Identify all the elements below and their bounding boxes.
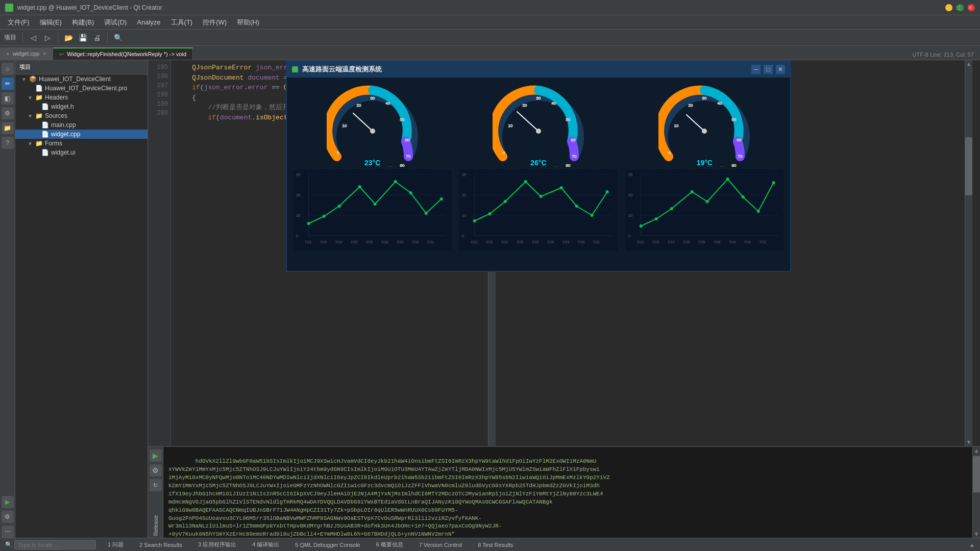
menu-bar: 文件(F)编辑(E)构建(B)调试(D)Analyze工具(T)控件(W)帮助(… xyxy=(0,15,980,30)
bottom-debug-btn[interactable]: ↻ xyxy=(150,479,162,491)
menu-item-f[interactable]: 文件(F) xyxy=(3,16,35,29)
float-title-bar: 高速路面云端温度检测系统 ─ □ ✕ xyxy=(287,61,790,78)
toolbar: 项目 ◁ ▷ 📂 💾 🖨 🔍 xyxy=(0,30,980,46)
maximize-button[interactable]: □ xyxy=(957,4,964,11)
tree-widget-h[interactable]: 📄 widget.h xyxy=(15,102,148,111)
svg-text:20: 20 xyxy=(689,103,693,108)
toolbar-save[interactable]: 💾 xyxy=(77,32,89,44)
toolbar-open[interactable]: 📂 xyxy=(62,32,75,44)
tab-widget-cpp[interactable]: ● widget.cpp ✕ xyxy=(0,47,53,60)
tree-headers[interactable]: ▼ 📁 Headers xyxy=(15,93,148,102)
tree-pro-file[interactable]: 📄 Huawei_IOT_DeviceClient.pro xyxy=(15,84,148,93)
tree-widget-cpp[interactable]: 📄 widget.cpp xyxy=(15,130,148,139)
toolbar-back[interactable]: ◁ xyxy=(27,32,39,44)
tree-forms[interactable]: ▼ 📁 Forms xyxy=(15,139,148,148)
close-button[interactable]: ✕ xyxy=(968,4,975,11)
release-label[interactable]: Release xyxy=(151,513,161,538)
svg-rect-54 xyxy=(459,169,618,251)
sidebar-more[interactable]: ⋯ xyxy=(2,525,14,538)
minimize-button[interactable]: ─ xyxy=(945,4,952,11)
project-tree: 项目 ▼ 📦 Huawei_IOT_DeviceClient 📄 Huawei_… xyxy=(15,60,148,538)
menu-item-h[interactable]: 帮助(H) xyxy=(232,16,264,29)
tab-title: widget.cpp xyxy=(13,51,40,57)
svg-text:20: 20 xyxy=(296,193,301,197)
bscroll-up[interactable]: ▲ xyxy=(973,448,980,454)
svg-text:80: 80 xyxy=(566,163,571,167)
sidebar-edit[interactable]: ✏ xyxy=(2,78,14,90)
main-cpp-icon: 📄 xyxy=(41,121,50,129)
bottom-tab-qml[interactable]: 5 QML Debugger Console xyxy=(291,540,364,549)
search-input[interactable] xyxy=(14,540,96,549)
svg-point-110 xyxy=(726,178,729,181)
sidebar-help[interactable]: ? xyxy=(2,137,14,149)
gauge-svg-3: 0 10 20 30 40 50 60 70 80 90 xyxy=(658,85,750,167)
bottom-tab-test[interactable]: 8 Test Results xyxy=(474,540,517,549)
sidebar-project[interactable]: 📁 xyxy=(2,122,14,134)
float-minimize[interactable]: ─ xyxy=(751,65,761,74)
svg-point-67 xyxy=(524,180,527,183)
search-icon: 🔍 xyxy=(5,541,12,548)
svg-line-11 xyxy=(353,113,373,131)
float-controls: ─ □ ✕ xyxy=(751,65,785,74)
toolbar-search[interactable]: 🔍 xyxy=(112,32,124,44)
editor-scrollbar[interactable]: ▼ ▲ xyxy=(965,60,972,446)
bottom-up-arrow[interactable]: ▲ xyxy=(969,542,975,548)
editor-scroll-thumb[interactable] xyxy=(965,137,972,195)
bottom-tab-search[interactable]: 2 Search Results xyxy=(135,540,186,549)
scroll-down-btn[interactable]: ▼ xyxy=(965,439,972,445)
toolbar-forward[interactable]: ▷ xyxy=(41,32,54,44)
svg-text:25: 25 xyxy=(628,172,632,177)
tree-sources[interactable]: ▼ 📁 Sources xyxy=(15,111,148,120)
svg-point-106 xyxy=(654,217,657,220)
sidebar-welcome[interactable]: ⌂ xyxy=(2,63,14,75)
bottom-tab-issues[interactable]: 1 问题 xyxy=(104,539,128,550)
svg-text:7/22: 7/22 xyxy=(305,240,312,244)
menu-item-analyze[interactable]: Analyze xyxy=(132,16,165,28)
tree-widget-ui[interactable]: 📄 widget.ui xyxy=(15,148,148,157)
svg-text:0: 0 xyxy=(669,151,671,155)
left-sidebar: ⌂ ✏ ◧ ⚙ 📁 ? ▶ ⚙ ⋯ xyxy=(0,60,15,538)
float-window: 高速路面云端温度检测系统 ─ □ ✕ xyxy=(286,60,791,272)
bottom-tab-summary[interactable]: 6 概要信息 xyxy=(372,539,407,550)
menu-item-w[interactable]: 控件(W) xyxy=(198,16,232,29)
toolbar-print[interactable]: 🖨 xyxy=(91,32,103,44)
svg-text:80: 80 xyxy=(732,163,737,167)
svg-text:7/24: 7/24 xyxy=(335,240,342,244)
bscroll-down[interactable]: ▼ xyxy=(973,531,980,537)
tree-arrow-sources: ▼ xyxy=(28,113,34,119)
scroll-up-btn[interactable]: ▲ xyxy=(965,61,972,67)
sidebar-build[interactable]: ⚙ xyxy=(2,511,14,523)
svg-text:50: 50 xyxy=(732,117,737,122)
gauge-svg-1: 0 10 20 30 40 50 60 70 80 90 xyxy=(327,85,419,167)
bottom-run-btn[interactable]: ▶ xyxy=(150,449,162,462)
menu-item-t[interactable]: 工具(T) xyxy=(166,16,198,29)
bottom-scroll-thumb[interactable] xyxy=(973,456,980,492)
bottom-tab-vc[interactable]: 7 Version Control xyxy=(415,540,466,549)
menu-item-e[interactable]: 编辑(E) xyxy=(35,16,67,29)
float-maximize[interactable]: □ xyxy=(764,65,773,74)
bottom-scrollbar[interactable]: ▲ ▼ xyxy=(972,447,980,538)
svg-point-107 xyxy=(670,207,673,210)
toolbar-project-label: 项目 xyxy=(4,33,16,42)
sidebar-run[interactable]: ▶ xyxy=(2,496,14,508)
bottom-tab-appout[interactable]: 3 应用程序输出 xyxy=(194,539,240,550)
bottom-tab-compile[interactable]: 4 编译输出 xyxy=(248,539,283,550)
chart-1: 0 10 20 25 xyxy=(292,169,453,251)
headers-icon: 📁 xyxy=(35,94,43,101)
tree-root[interactable]: ▼ 📦 Huawei_IOT_DeviceClient xyxy=(15,74,148,84)
tab-reply-finished[interactable]: ↩ Widget::replyFinished(QNetworkReply *)… xyxy=(53,47,193,60)
float-close[interactable]: ✕ xyxy=(776,65,785,74)
forms-label: Forms xyxy=(45,140,62,147)
tab-info: UTF-8 Line: 213, Col: 57 xyxy=(906,49,980,60)
sidebar-debug[interactable]: ⚙ xyxy=(2,107,14,119)
bottom-output-text: hdGVkX2llZl9wbGF0aW51bSIsImlkIjoiMCJ9XSw… xyxy=(163,447,972,538)
sidebar-design[interactable]: ◧ xyxy=(2,92,14,105)
tab-title2: Widget::replyFinished(QNetworkReply *) -… xyxy=(67,51,186,57)
svg-point-109 xyxy=(705,200,708,203)
menu-item-b[interactable]: 构建(B) xyxy=(67,16,99,29)
bottom-build-btn[interactable]: ⚙ xyxy=(150,464,162,477)
menu-item-d[interactable]: 调试(D) xyxy=(99,16,132,29)
toolbar-sep3 xyxy=(107,33,108,43)
tree-main-cpp[interactable]: 📄 main.cpp xyxy=(15,120,148,130)
tab-close-icon[interactable]: ✕ xyxy=(42,51,46,57)
